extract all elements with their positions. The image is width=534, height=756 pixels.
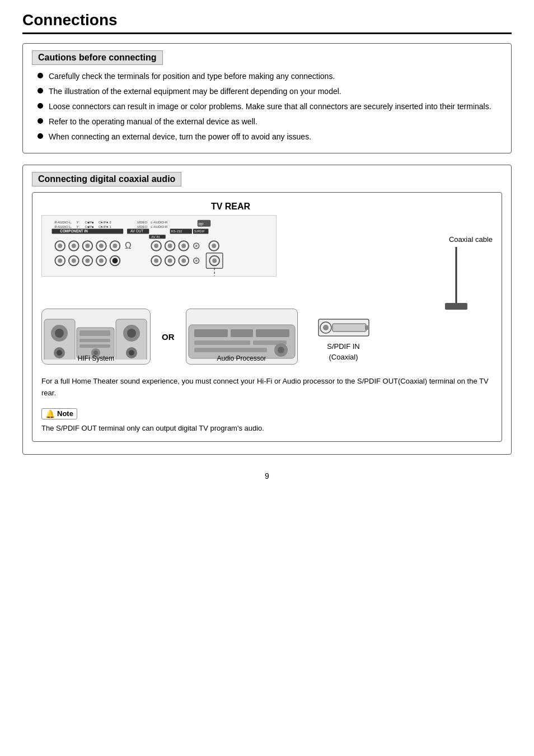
svg-rect-97 xyxy=(332,324,366,332)
bullet-dot xyxy=(38,133,43,139)
svg-text:L-AUDIO-R: L-AUDIO-R xyxy=(151,225,167,228)
page-number: 9 xyxy=(22,472,512,480)
svg-point-60 xyxy=(181,259,186,263)
bullet-dot xyxy=(38,103,43,109)
svg-point-29 xyxy=(85,244,90,248)
spdif-device: S/PDIF IN(Coaxial) xyxy=(316,311,372,362)
bullet-dot xyxy=(38,88,43,94)
svg-rect-80 xyxy=(79,330,110,336)
svg-text:Y: Y xyxy=(77,221,79,224)
list-item: When connecting an external device, turn… xyxy=(38,131,502,143)
svg-text:R·AUDIO-L: R·AUDIO-L xyxy=(54,221,71,224)
svg-point-31 xyxy=(99,244,104,248)
tv-rear-svg: R·AUDIO-L Y Cʙ/Pʙ Cʀ/Pʀ 2 VIDEO L-AUDIO-… xyxy=(41,215,277,277)
audio-processor-label: Audio Processor xyxy=(186,354,297,362)
svg-rect-68 xyxy=(445,303,467,310)
svg-text:R·AUDIO-L: R·AUDIO-L xyxy=(54,225,71,228)
svg-point-48 xyxy=(72,259,76,263)
hifi-label: HIFi System xyxy=(42,354,150,362)
diagram-container: TV REAR R·AUDIO-L Y Cʙ/Pʙ Cʀ/Pʀ 2 VIDEO … xyxy=(32,192,502,442)
svg-point-33 xyxy=(113,244,118,248)
page-title: Connections xyxy=(22,11,512,34)
svg-text:RF: RF xyxy=(199,222,204,226)
svg-text:S/PDIF: S/PDIF xyxy=(194,230,205,233)
svg-rect-87 xyxy=(231,329,253,337)
audio-processor-svg xyxy=(186,314,298,360)
bullet-dot xyxy=(38,73,43,78)
list-item: Refer to the operating manual of the ext… xyxy=(38,116,502,128)
svg-text:Cʙ/Pʙ: Cʙ/Pʙ xyxy=(85,225,94,228)
list-item: The illustration of the external equipme… xyxy=(38,86,502,97)
svg-text:L-AUDIO-R: L-AUDIO-R xyxy=(151,221,167,224)
list-item: Carefully check the terminals for positi… xyxy=(38,71,502,82)
cautions-header: Cautions before connecting xyxy=(32,50,163,65)
svg-point-93 xyxy=(278,347,284,353)
audio-processor-device: Audio Processor xyxy=(186,309,298,365)
svg-point-65 xyxy=(212,259,217,263)
coaxial-header: Connecting digital coaxial audio xyxy=(32,172,181,186)
svg-rect-91 xyxy=(194,348,267,352)
note-badge: 🔔 Note xyxy=(41,408,77,419)
coaxial-section: Connecting digital coaxial audio TV REAR… xyxy=(22,165,512,455)
svg-text:VIDEO: VIDEO xyxy=(137,221,148,224)
svg-point-42 xyxy=(195,245,198,247)
coaxial-cable-area: Coaxial cable xyxy=(420,202,493,314)
cable-svg xyxy=(434,247,479,314)
svg-text:Cʀ/Pʀ 2: Cʀ/Pʀ 2 xyxy=(99,221,111,224)
svg-rect-82 xyxy=(79,344,110,348)
or-label: OR xyxy=(162,332,175,342)
svg-text:Cʙ/Pʙ: Cʙ/Pʙ xyxy=(85,221,94,224)
svg-text:COMPONENT IN: COMPONENT IN xyxy=(60,229,88,233)
svg-point-46 xyxy=(58,259,62,263)
svg-point-44 xyxy=(212,244,216,248)
svg-point-52 xyxy=(99,259,104,263)
hifi-svg xyxy=(41,314,151,360)
bullet-text: The illustration of the external equipme… xyxy=(49,86,341,97)
spdif-svg xyxy=(316,311,372,342)
bullet-dot xyxy=(38,118,43,124)
bullet-text: Loose connectors can result in image or … xyxy=(49,101,491,113)
coaxial-cable-label: Coaxial cable xyxy=(449,235,493,244)
hifi-system-device: HIFi System xyxy=(41,309,151,365)
cautions-list: Carefully check the terminals for positi… xyxy=(32,71,502,143)
svg-point-38 xyxy=(168,244,172,248)
svg-point-56 xyxy=(154,259,158,263)
svg-text:RS-232: RS-232 xyxy=(171,230,182,233)
svg-text:Y: Y xyxy=(77,225,79,228)
bullet-text: Carefully check the terminals for positi… xyxy=(49,71,335,82)
note-section: 🔔 Note The S/PDIF OUT terminal only can … xyxy=(41,408,493,432)
tv-rear-panel: TV REAR R·AUDIO-L Y Cʙ/Pʙ Cʀ/Pʀ 2 VIDEO … xyxy=(41,202,420,277)
svg-point-54 xyxy=(113,258,118,264)
description-text: For a full Home Theater sound experience… xyxy=(41,376,493,399)
svg-point-58 xyxy=(168,259,172,263)
bullet-text: Refer to the operating manual of the ext… xyxy=(49,116,257,128)
svg-text:AV IN: AV IN xyxy=(151,235,160,239)
svg-point-40 xyxy=(181,244,186,248)
svg-point-25 xyxy=(58,244,62,248)
svg-point-71 xyxy=(55,329,64,338)
spdif-label: S/PDIF IN(Coaxial) xyxy=(327,342,360,362)
cautions-section: Cautions before connecting Carefully che… xyxy=(22,43,512,153)
svg-text:Ω: Ω xyxy=(125,241,132,250)
svg-rect-86 xyxy=(194,329,228,337)
svg-point-50 xyxy=(85,259,90,263)
svg-text:AV OUT: AV OUT xyxy=(130,229,143,233)
list-item: Loose connectors can result in image or … xyxy=(38,101,502,113)
svg-rect-89 xyxy=(194,340,250,345)
svg-point-96 xyxy=(323,325,329,330)
note-icon: 🔔 xyxy=(45,409,55,418)
bullet-text: When connecting an external device, turn… xyxy=(49,131,311,143)
svg-point-76 xyxy=(127,329,136,338)
svg-rect-88 xyxy=(256,329,289,337)
svg-text:Cʀ/Pʀ 1: Cʀ/Pʀ 1 xyxy=(99,225,111,228)
svg-rect-81 xyxy=(79,339,110,342)
svg-rect-98 xyxy=(365,325,369,330)
svg-text:VIDEO: VIDEO xyxy=(137,225,148,228)
svg-point-62 xyxy=(195,260,198,262)
svg-point-27 xyxy=(72,244,76,248)
note-text: The S/PDIF OUT terminal only can output … xyxy=(41,424,493,432)
tv-rear-label: TV REAR xyxy=(41,202,420,212)
svg-point-36 xyxy=(154,244,158,248)
